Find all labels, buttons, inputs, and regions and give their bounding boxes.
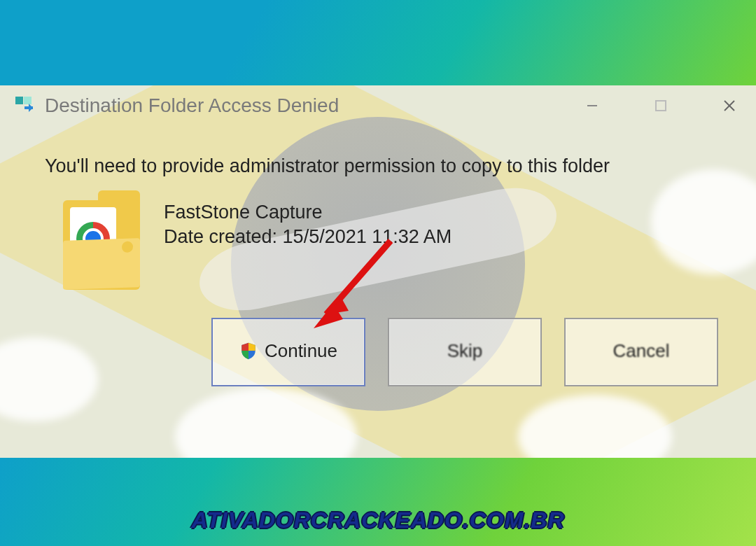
dialog-buttons: Continue Skip Cancel bbox=[211, 318, 718, 386]
folder-info: FastStone Capture Date created: 15/5/202… bbox=[63, 200, 451, 290]
cancel-button[interactable]: Cancel bbox=[564, 318, 718, 386]
continue-button[interactable]: Continue bbox=[211, 318, 365, 386]
dialog-window: Destination Folder Access Denied You'll … bbox=[4, 87, 752, 409]
window-controls bbox=[578, 87, 743, 125]
copy-move-icon bbox=[15, 97, 34, 115]
maximize-button[interactable] bbox=[647, 92, 675, 120]
skip-label: Skip bbox=[447, 340, 483, 362]
cancel-label: Cancel bbox=[613, 340, 670, 362]
close-button[interactable] bbox=[715, 92, 743, 120]
minimize-button[interactable] bbox=[578, 92, 606, 120]
svg-rect-1 bbox=[656, 101, 666, 111]
dialog-title: Destination Folder Access Denied bbox=[45, 94, 339, 117]
skip-button[interactable]: Skip bbox=[388, 318, 542, 386]
folder-text: FastStone Capture Date created: 15/5/202… bbox=[164, 200, 451, 248]
continue-label: Continue bbox=[265, 340, 337, 362]
dialog-message: You'll need to provide administrator per… bbox=[45, 154, 731, 178]
folder-chrome-icon bbox=[63, 200, 140, 290]
folder-name: FastStone Capture bbox=[164, 202, 451, 223]
svg-marker-5 bbox=[326, 298, 349, 314]
uac-shield-icon bbox=[239, 342, 258, 360]
title-bar[interactable]: Destination Folder Access Denied bbox=[4, 87, 752, 125]
watermark-text: ATIVADORCRACKEADO.COM.BR bbox=[0, 507, 756, 533]
folder-date: Date created: 15/5/2021 11:32 AM bbox=[164, 226, 451, 248]
